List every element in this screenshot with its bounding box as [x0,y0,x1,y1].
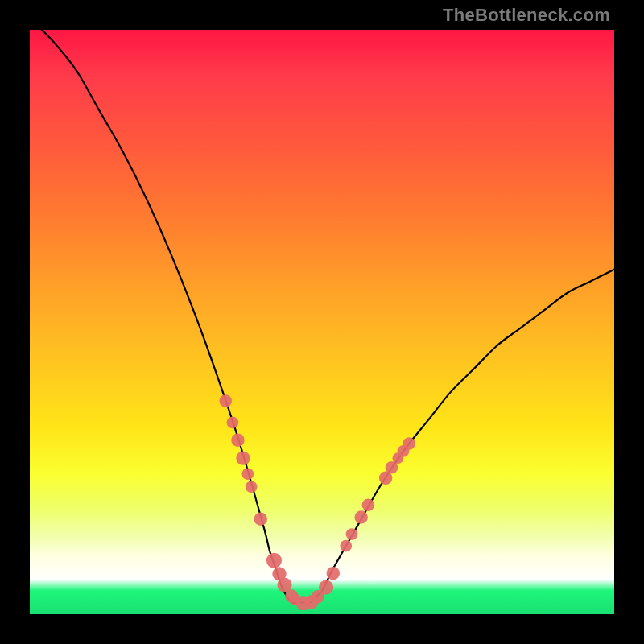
attribution-text: TheBottleneck.com [443,5,610,26]
curve-marker [266,553,282,568]
curve-marker [227,417,239,429]
chart-frame: TheBottleneck.com [0,0,644,644]
curve-marker [231,433,244,446]
curve-marker [246,481,258,493]
curve-marker [242,468,254,480]
curve-marker [327,567,340,580]
curve-marker [219,394,232,407]
curve-markers [219,394,415,610]
curve-marker [254,512,267,525]
curve-marker [340,540,352,552]
curve-marker [362,498,375,511]
bottleneck-curve [30,30,614,603]
curve-marker [319,580,333,595]
curve-marker [236,451,250,464]
curve-marker [402,437,415,450]
chart-svg [30,30,614,614]
curve-marker [354,510,367,523]
curve-marker [346,528,358,540]
plot-area [30,30,614,614]
